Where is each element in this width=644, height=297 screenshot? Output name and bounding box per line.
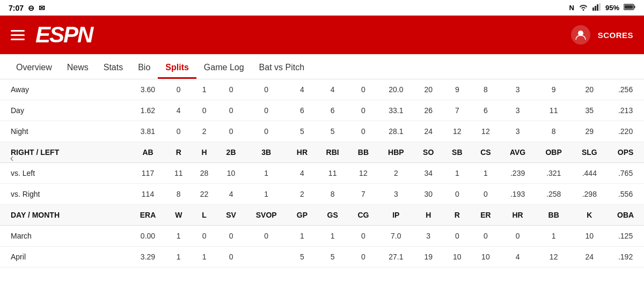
column-header: IP (378, 205, 414, 226)
stat-cell: 19 (414, 247, 443, 268)
stat-cell: 3 (378, 184, 414, 205)
column-header: R (166, 142, 192, 163)
stat-cell: 9 (443, 79, 471, 100)
column-header: K (572, 205, 608, 226)
stat-cell: 0 (245, 226, 288, 247)
stat-cell: 3.29 (130, 247, 166, 268)
column-header: OBP (536, 142, 572, 163)
stat-cell: 10 (572, 226, 608, 247)
stat-cell: 6 (288, 100, 317, 121)
section-header-label: DAY / MONTH (0, 205, 130, 226)
stat-cell: 3 (500, 79, 535, 100)
stat-cell: .220 (607, 121, 644, 142)
back-arrow-button[interactable]: ‹ (4, 150, 19, 165)
stat-cell: 0 (443, 184, 471, 205)
stat-cell: 0 (245, 121, 288, 142)
stat-cell: .298 (572, 184, 608, 205)
stat-cell: 7 (443, 100, 471, 121)
column-header: GP (288, 205, 317, 226)
espn-header: ESPN SCORES (0, 16, 644, 54)
row-label: Day (0, 100, 130, 121)
stat-cell: .193 (500, 184, 535, 205)
stat-cell: 4 (217, 184, 245, 205)
stat-cell: 0 (348, 247, 378, 268)
espn-header-right: SCORES (571, 25, 633, 44)
stat-cell: 30 (414, 184, 443, 205)
svg-rect-6 (625, 5, 633, 9)
stat-cell: 6 (317, 100, 348, 121)
tab-overview[interactable]: Overview (9, 54, 60, 79)
stat-cell: 4 (166, 100, 192, 121)
stat-cell: 0 (500, 226, 535, 247)
column-header: 2B (217, 142, 245, 163)
stat-cell: 24 (572, 247, 608, 268)
stat-cell: 1 (166, 247, 192, 268)
column-header: RBI (317, 142, 348, 163)
tab-bat-vs-pitch[interactable]: Bat vs Pitch (252, 54, 312, 79)
stat-cell: 10 (217, 163, 245, 184)
scores-label[interactable]: SCORES (598, 31, 633, 40)
tab-game-log[interactable]: Game Log (196, 54, 252, 79)
stat-cell (245, 247, 288, 268)
battery-display: 95% (605, 4, 619, 12)
stats-table-container: Away3.60010044020.020983920.256Day1.6240… (0, 79, 644, 268)
stat-cell: 5 (288, 247, 317, 268)
tab-bio[interactable]: Bio (130, 54, 158, 79)
stat-cell: 0 (192, 100, 217, 121)
stat-cell: 3.81 (130, 121, 166, 142)
column-header: ERA (130, 205, 166, 226)
stat-cell: 24 (414, 121, 443, 142)
column-header: GS (317, 205, 348, 226)
stat-cell: 12 (536, 247, 572, 268)
stat-cell: 10 (443, 247, 471, 268)
stat-cell: 29 (572, 121, 608, 142)
stat-cell: 0 (348, 121, 378, 142)
row-label: vs. Right (0, 184, 130, 205)
stat-cell: 2 (378, 163, 414, 184)
svg-rect-3 (599, 3, 601, 11)
stat-cell: 0 (166, 121, 192, 142)
stat-cell: 4 (500, 247, 535, 268)
column-header: SV (217, 205, 245, 226)
stat-cell: 1 (536, 226, 572, 247)
user-icon[interactable] (571, 25, 590, 44)
stat-cell: 2 (192, 121, 217, 142)
column-header: HR (500, 205, 535, 226)
stat-cell: 2 (288, 184, 317, 205)
stat-cell: 20 (572, 79, 608, 100)
column-header: BB (536, 205, 572, 226)
stat-cell: 27.1 (378, 247, 414, 268)
table-row: Day1.62400066033.1267631135.213 (0, 100, 644, 121)
column-header: AVG (500, 142, 535, 163)
stat-cell: 1.62 (130, 100, 166, 121)
tab-splits[interactable]: Splits (158, 54, 196, 79)
column-header: BB (348, 142, 378, 163)
table-row: Night3.81020055028.12412123829.220 (0, 121, 644, 142)
tab-news[interactable]: News (60, 54, 96, 79)
stat-cell: 0 (348, 100, 378, 121)
column-header: CS (471, 142, 500, 163)
stat-cell: 4 (288, 79, 317, 100)
column-header: L (192, 205, 217, 226)
tab-stats[interactable]: Stats (96, 54, 130, 79)
row-label: Night (0, 121, 130, 142)
stat-cell: 12 (443, 121, 471, 142)
stat-cell: 0 (217, 226, 245, 247)
stat-cell: 28.1 (378, 121, 414, 142)
minus-circle-icon: ⊖ (28, 4, 34, 12)
stat-cell: 20 (414, 79, 443, 100)
hamburger-menu-button[interactable] (11, 30, 25, 40)
stat-cell: .556 (607, 184, 644, 205)
column-header: W (166, 205, 192, 226)
table-row: Away3.60010044020.020983920.256 (0, 79, 644, 100)
column-header: H (414, 205, 443, 226)
stat-cell: 3.60 (130, 79, 166, 100)
column-header: 3B (245, 142, 288, 163)
stat-cell: .765 (607, 163, 644, 184)
column-header: CG (348, 205, 378, 226)
time-display: 7:07 (9, 4, 24, 12)
stat-cell: 8 (536, 121, 572, 142)
column-header: ER (471, 205, 500, 226)
column-header: SB (443, 142, 471, 163)
status-bar: 7:07 ⊖ ✉ N 95% (0, 0, 644, 16)
